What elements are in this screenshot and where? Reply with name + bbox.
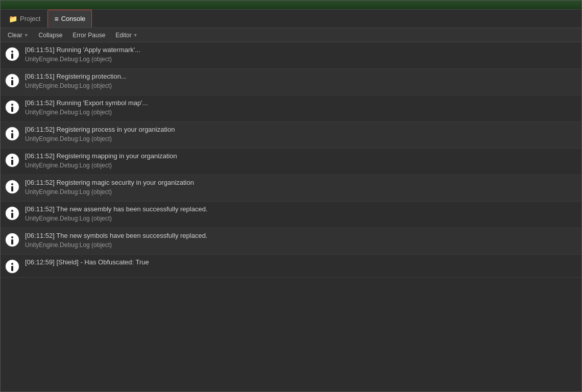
log-message: [06:11:52] The new symbols have been suc…	[25, 231, 577, 240]
svg-point-19	[11, 210, 13, 212]
log-source: UnityEngine.Debug:Log (object)	[25, 215, 577, 222]
svg-rect-5	[11, 80, 13, 85]
collapse-button[interactable]: Collapse	[34, 28, 68, 42]
log-entry[interactable]: [06:11:51] Running 'Apply watermark'... …	[1, 42, 581, 69]
log-message: [06:12:59] [Shield] - Has Obfuscated: Tr…	[25, 258, 577, 267]
tab-bar: 📁 Project ≡ Console	[1, 10, 581, 28]
log-entry[interactable]: [06:11:52] Registering mapping in your o…	[1, 149, 581, 175]
log-entry[interactable]: [06:11:52] The new assembly has been suc…	[1, 202, 581, 228]
log-info-icon	[5, 232, 20, 248]
log-entry[interactable]: [06:11:52] Registering magic security in…	[1, 175, 581, 202]
log-source: UnityEngine.Debug:Log (object)	[25, 241, 577, 249]
log-text: [06:11:51] Running 'Apply watermark'... …	[25, 45, 577, 63]
game-preview	[1, 1, 581, 10]
error-pause-label: Error Pause	[72, 32, 105, 39]
tab-project-label: Project	[20, 15, 40, 22]
log-info-icon	[5, 206, 20, 221]
log-entry[interactable]: [06:11:52] Registering process in your o…	[1, 122, 581, 149]
svg-point-1	[11, 51, 13, 53]
svg-rect-26	[11, 266, 13, 271]
svg-point-4	[11, 77, 13, 79]
log-entry[interactable]: [06:11:52] Running 'Export symbol map'..…	[1, 95, 581, 122]
log-text: [06:11:52] Registering magic security in…	[25, 178, 577, 195]
log-text: [06:11:52] Registering mapping in your o…	[25, 152, 577, 169]
log-text: [06:11:52] Running 'Export symbol map'..…	[25, 99, 577, 116]
log-message: [06:11:52] Running 'Export symbol map'..…	[25, 99, 577, 108]
log-source: UnityEngine.Debug:Log (object)	[25, 188, 577, 195]
log-source: UnityEngine.Debug:Log (object)	[25, 56, 577, 63]
svg-point-7	[11, 104, 13, 106]
clear-button[interactable]: Clear ▼	[3, 28, 34, 42]
tab-console-label: Console	[61, 15, 86, 22]
tab-console[interactable]: ≡ Console	[47, 10, 92, 28]
clear-dropdown-arrow: ▼	[24, 33, 29, 38]
log-text: [06:12:59] [Shield] - Has Obfuscated: Tr…	[25, 258, 577, 267]
svg-rect-2	[11, 54, 13, 59]
svg-point-25	[11, 263, 13, 265]
log-info-icon	[5, 46, 20, 62]
log-entry[interactable]: [06:12:59] [Shield] - Has Obfuscated: Tr…	[1, 255, 581, 278]
log-message: [06:11:52] Registering magic security in…	[25, 178, 577, 187]
collapse-label: Collapse	[39, 32, 63, 39]
svg-rect-17	[11, 186, 13, 191]
log-source: UnityEngine.Debug:Log (object)	[25, 109, 577, 116]
log-message: [06:11:51] Registering protection...	[25, 72, 577, 81]
log-text: [06:11:52] The new assembly has been suc…	[25, 205, 577, 222]
log-text: [06:11:52] Registering process in your o…	[25, 125, 577, 142]
log-message: [06:11:51] Running 'Apply watermark'...	[25, 45, 577, 55]
log-info-icon	[5, 153, 20, 168]
log-info-icon	[5, 179, 20, 194]
svg-point-16	[11, 183, 13, 185]
log-info-icon	[5, 259, 20, 274]
log-source: UnityEngine.Debug:Log (object)	[25, 135, 577, 142]
clear-label: Clear	[8, 32, 22, 39]
log-source: UnityEngine.Debug:Log (object)	[25, 82, 577, 89]
console-icon: ≡	[54, 15, 58, 23]
svg-rect-20	[11, 213, 13, 218]
svg-rect-8	[11, 107, 13, 112]
svg-point-10	[11, 130, 13, 132]
error-pause-button[interactable]: Error Pause	[67, 28, 110, 42]
editor-label: Editor	[115, 32, 131, 39]
unity-console-window: 📁 Project ≡ Console Clear ▼ Collapse Err…	[0, 0, 582, 392]
log-entry[interactable]: [06:11:51] Registering protection... Uni…	[1, 69, 581, 95]
log-entry[interactable]: [06:11:52] The new symbols have been suc…	[1, 228, 581, 255]
console-log-area[interactable]: [06:11:51] Running 'Apply watermark'... …	[1, 42, 581, 391]
log-info-icon	[5, 126, 20, 141]
folder-icon: 📁	[9, 15, 17, 23]
log-info-icon	[5, 100, 20, 115]
log-info-icon	[5, 73, 20, 88]
log-message: [06:11:52] Registering mapping in your o…	[25, 152, 577, 161]
console-toolbar: Clear ▼ Collapse Error Pause Editor ▼	[1, 28, 581, 42]
tab-project[interactable]: 📁 Project	[3, 10, 46, 28]
svg-point-22	[11, 236, 13, 238]
log-text: [06:11:52] The new symbols have been suc…	[25, 231, 577, 249]
svg-rect-11	[11, 133, 13, 138]
editor-dropdown-arrow: ▼	[133, 33, 138, 38]
svg-rect-23	[11, 239, 13, 244]
log-text: [06:11:51] Registering protection... Uni…	[25, 72, 577, 89]
svg-rect-14	[11, 160, 13, 165]
svg-point-13	[11, 157, 13, 159]
log-source: UnityEngine.Debug:Log (object)	[25, 162, 577, 169]
editor-button[interactable]: Editor ▼	[110, 28, 142, 42]
log-message: [06:11:52] Registering process in your o…	[25, 125, 577, 134]
log-message: [06:11:52] The new assembly has been suc…	[25, 205, 577, 214]
